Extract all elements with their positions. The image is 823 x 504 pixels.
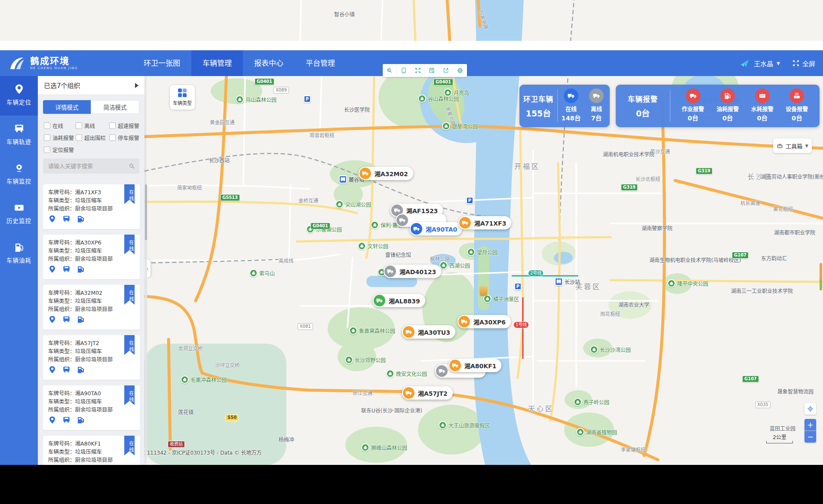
vehicle-card[interactable]: 车牌号码：湘A71XF3 车辆类型：垃圾压缩车 所属组织：厨余垃圾项目部 在线 <box>43 184 140 229</box>
locate-vehicle-icon[interactable] <box>48 215 56 223</box>
nav-item[interactable]: 报表中心 <box>243 50 295 76</box>
nav-item[interactable]: 平台管理 <box>295 50 346 76</box>
vehicle-marker[interactable]: 湘A32M02 <box>359 167 413 180</box>
track-vehicle-icon[interactable] <box>62 366 71 374</box>
sidebar-item[interactable]: 历史监控 <box>0 195 38 234</box>
fullscreen-icon <box>792 59 800 67</box>
map-label-text: 蓝田工业园 <box>770 425 795 432</box>
area-search-button[interactable] <box>383 64 396 77</box>
sidebar-item[interactable]: 车辆监控 <box>0 155 38 195</box>
vehicle-marker[interactable]: 湘AL8839 <box>373 294 425 307</box>
vehicle-marker[interactable]: 湘AD40123 <box>384 265 441 278</box>
map-road-badge: 2号线 <box>528 270 544 277</box>
checkbox[interactable] <box>44 122 50 129</box>
fuel-vehicle-icon[interactable] <box>77 416 85 424</box>
status-badge-label: 在线 <box>128 189 135 202</box>
checkbox[interactable] <box>109 134 116 141</box>
navbar-right: 王水晶 ▼ 全屏 <box>739 58 815 69</box>
fuel-vehicle-icon[interactable] <box>77 215 85 223</box>
map-label: 湖南三一工业职业技术学院 <box>731 287 793 294</box>
mode-tab[interactable]: 简洁模式 <box>91 100 139 114</box>
vehicle-marker[interactable]: 湘A30TU3 <box>402 325 455 339</box>
locate-button[interactable] <box>805 403 816 415</box>
settings-gear-icon[interactable] <box>453 64 467 77</box>
expand-org-arrow-icon[interactable] <box>135 83 138 88</box>
track-vehicle-icon[interactable] <box>62 315 71 324</box>
list-scrollbar-thumb[interactable] <box>145 184 147 240</box>
fullscreen-button[interactable]: 全屏 <box>792 59 815 68</box>
sidebar-item[interactable]: 车辆轨迹 <box>0 116 38 155</box>
checkbox[interactable] <box>109 122 116 129</box>
stat-label: 水耗报警 <box>751 104 774 113</box>
vehicle-card[interactable]: 车牌号码：湘A80KF1 车辆类型：垃圾压缩车 所属组织：厨余垃圾项目部 在线 <box>43 436 140 465</box>
filter-option[interactable]: 超出围栏 <box>76 134 109 142</box>
locate-vehicle-icon[interactable] <box>48 366 56 374</box>
vehicle-card[interactable]: 车牌号码：湘A30XP6 车辆类型：垃圾压缩车 所属组织：厨余垃圾项目部 在线 <box>43 235 140 279</box>
filter-option[interactable]: 定位报警 <box>44 146 76 154</box>
vehicle-marker[interactable]: 湘A30XP6 <box>458 315 511 328</box>
map-label-text: 长沙站 <box>565 278 580 285</box>
zoom-out-button[interactable]: − <box>805 431 816 443</box>
track-vehicle-icon[interactable] <box>62 416 71 424</box>
mode-tab[interactable]: 详情模式 <box>43 100 91 114</box>
zoom-in-button[interactable]: + <box>805 419 816 431</box>
badge-text: G319 <box>623 185 636 189</box>
filter-option[interactable]: 离线 <box>76 122 109 130</box>
vehicle-type-line: 车辆类型：垃圾压缩车 <box>48 347 135 355</box>
vehicle-marker[interactable]: 湘A80KF1 <box>448 359 501 372</box>
track-vehicle-icon[interactable] <box>62 265 71 273</box>
search-icon[interactable] <box>129 163 135 169</box>
toolbox-button[interactable]: 工具箱 ▼ <box>773 138 812 153</box>
filter-label: 离线 <box>84 122 95 130</box>
vehicle-marker[interactable]: 湘A71XF3 <box>458 216 511 229</box>
fuel-vehicle-icon[interactable] <box>77 315 85 324</box>
stat-count: 0台 <box>722 113 733 122</box>
truck-icon <box>373 294 386 307</box>
checkbox[interactable] <box>44 147 50 153</box>
vehicle-card[interactable]: 车牌号码：湘A57JT2 车辆类型：垃圾压缩车 所属组织：厨余垃圾项目部 在线 <box>43 335 140 380</box>
export-button[interactable] <box>439 64 453 77</box>
checkbox[interactable] <box>76 122 82 129</box>
fuel-vehicle-icon[interactable] <box>77 366 85 374</box>
expand-view-button[interactable] <box>411 64 425 77</box>
vehicle-marker[interactable]: 湘A57JT2 <box>402 386 453 400</box>
vehicle-card[interactable]: 车牌号码：湘A32M02 车辆类型：垃圾压缩车 所属组织：厨余垃圾项目部 在线 <box>43 285 140 330</box>
locate-vehicle-icon[interactable] <box>48 315 56 324</box>
vehicle-card-list[interactable]: 车牌号码：湘A71XF3 车辆类型：垃圾压缩车 所属组织：厨余垃圾项目部 在线 … <box>43 184 140 465</box>
vehicle-marker[interactable]: 湘A90TA0 <box>410 222 462 235</box>
sidebar-item[interactable]: 车辆定位 <box>0 76 38 116</box>
nav-item[interactable]: 环卫一张图 <box>132 50 191 76</box>
frame-select-button[interactable] <box>396 64 411 77</box>
filter-option[interactable]: 油耗报警 <box>44 134 76 142</box>
locate-vehicle-icon[interactable] <box>48 265 56 273</box>
vehicle-type-button[interactable]: 车辆类型 <box>170 85 195 110</box>
sidebar-item[interactable]: 车辆油耗 <box>0 234 38 274</box>
map-label: 谷山森林公园 <box>418 95 459 103</box>
save-button[interactable] <box>424 64 439 77</box>
edge-scroll-strip[interactable] <box>820 263 822 290</box>
filter-option[interactable]: 超速报警 <box>109 122 141 130</box>
filter-option[interactable]: 在线 <box>44 122 76 130</box>
map-label: 晚安文化公园 <box>386 370 427 378</box>
track-vehicle-icon[interactable] <box>62 215 71 223</box>
map-label: 雷锋纪念馆 <box>385 251 411 258</box>
map-label-text: 沙坪立交桥 <box>215 361 240 368</box>
nav-item[interactable]: 车辆管理 <box>191 50 243 76</box>
stat-count: 0台 <box>757 113 768 122</box>
checkbox[interactable] <box>76 134 82 141</box>
locate-vehicle-icon[interactable] <box>48 416 56 424</box>
checkbox[interactable] <box>44 134 50 141</box>
map-road-badge: X035 <box>755 401 771 408</box>
map-scale: 2公里 <box>766 433 793 443</box>
filter-option[interactable]: 停车报警 <box>109 134 141 142</box>
fuel-vehicle-icon[interactable] <box>77 265 85 273</box>
vehicle-card-actions <box>48 416 135 424</box>
list-scrollbar[interactable] <box>145 184 147 459</box>
map-label: 隆平中央公园 <box>667 279 708 287</box>
map-label-text: 大王山旅游度假区 <box>448 422 490 429</box>
user-menu[interactable]: 王水晶 ▼ <box>739 58 780 69</box>
alarm-stat-item: 设备报警 0台 <box>785 89 809 127</box>
vehicle-card[interactable]: 车牌号码：湘A90TA0 车辆类型：垃圾压缩车 所属组织：厨余垃圾项目部 在线 <box>43 385 140 430</box>
search-input[interactable] <box>47 162 129 170</box>
map-road-badge: P <box>304 95 311 103</box>
